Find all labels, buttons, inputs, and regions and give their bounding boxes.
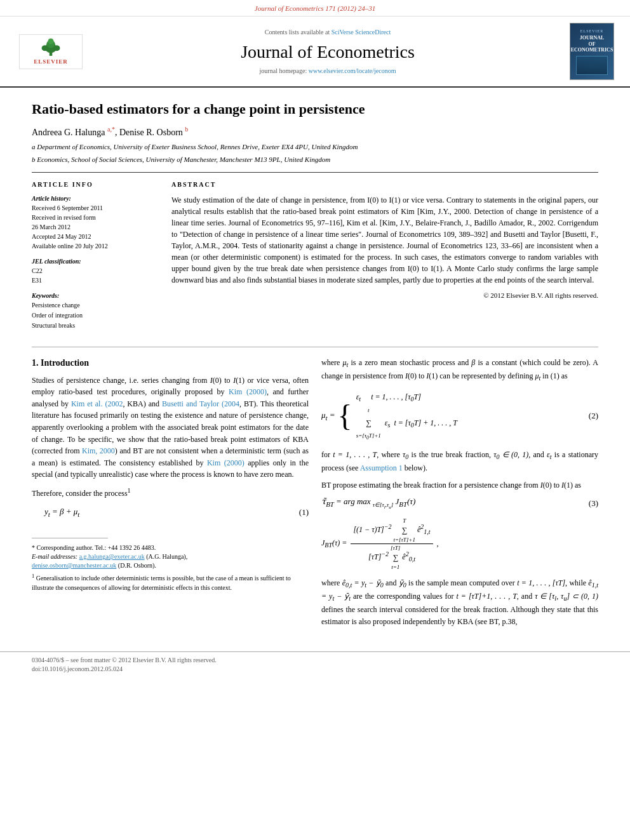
journal-title-area: Contents lists available at SciVerse Sci… [95, 28, 560, 76]
jbt-comma: , [437, 538, 439, 549]
homepage-link[interactable]: www.elsevier.com/locate/jeconom [309, 67, 396, 74]
eq3-argmax: τ̃BT = arg max τ∈[τl,τu] JBT(τ) [321, 496, 415, 510]
journal-title: Journal of Econometrics [95, 39, 560, 64]
jbt-formula-inner: JBT(τ) = [(1 − τ)T]−2 T ∑ t=[τT]+1 ê21,t [321, 517, 598, 571]
doi-text: 0304-4076/$ – see front matter © 2012 El… [32, 657, 217, 663]
case-1: εt t = 1, . . . , [τ0T] [356, 390, 457, 405]
right-para-for: for t = 1, . . . , T, where τ0 is the tr… [321, 449, 598, 474]
intro-heading: 1. Introduction [32, 357, 309, 370]
bottom-bar: 0304-4076/$ – see front matter © 2012 El… [0, 651, 630, 677]
divider-2 [32, 347, 598, 347]
body-left-column: 1. Introduction Studies of persistence c… [32, 357, 309, 632]
sum-numer: T ∑ t=[τT]+1 [394, 517, 415, 543]
accepted-date: Accepted 24 May 2012 [32, 232, 159, 241]
paper-title: Ratio-based estimators for a change poin… [32, 100, 598, 119]
eq1-number: (1) [299, 507, 309, 518]
footnotes-area: * Corresponding author. Tel.: +44 1392 2… [32, 538, 309, 592]
divider-1 [32, 172, 598, 173]
jbt-numer: [(1 − τ)T]−2 T ∑ t=[τT]+1 ê21,t [351, 517, 432, 544]
svg-point-5 [53, 45, 60, 51]
case-2: t ∑ s=[τ0T]+1 εs t = [τ0T] + 1, . . . , … [356, 405, 457, 443]
jel-section: JEL classification: C22E31 [32, 257, 159, 285]
case2-sum: t ∑ s=[τ0T]+1 [356, 405, 381, 443]
piecewise-cases: εt t = 1, . . . , [τ0T] t ∑ s=[τ0T]+1 εs… [356, 390, 457, 443]
footnote-star: * Corresponding author. Tel.: +44 1392 2… [32, 543, 309, 570]
elsevier-tree-icon [32, 37, 70, 57]
cover-title: JOURNALOFECONOMETRICS [571, 35, 613, 53]
sum-denom: [τT] ∑ t=1 [391, 544, 400, 571]
elsevier-logo: ELSEVIER [19, 34, 83, 69]
footnote-1: 1 Generalisation to include other determ… [32, 573, 309, 592]
publisher-logo-area: ELSEVIER [13, 34, 89, 69]
abstract-label: ABSTRACT [171, 180, 598, 189]
affiliation-b: b Economics, School of Social Sciences, … [32, 155, 598, 164]
copyright-notice: © 2012 Elsevier B.V. All rights reserved… [171, 291, 598, 300]
jbt-denom: [τT]−2 [τT] ∑ t=1 ê20,t [366, 544, 418, 571]
equation-3: τ̃BT = arg max τ∈[τl,τu] JBT(τ) (3) [321, 496, 598, 510]
sciverse-line: Contents lists available at SciVerse Sci… [95, 28, 560, 37]
abstract-column: ABSTRACT We study estimation of the date… [171, 180, 598, 337]
keywords-label: Keywords: [32, 291, 159, 300]
right-para-bt: BT propose estimating the break fraction… [321, 479, 598, 491]
main-content: Ratio-based estimators for a change poin… [0, 88, 630, 645]
article-info-column: ARTICLE INFO Article history: Received 6… [32, 180, 159, 337]
case1-cond: t = 1, . . . , [τ0T] [371, 390, 421, 405]
sciverse-link[interactable]: SciVerse ScienceDirect [332, 29, 391, 36]
eq2-content: μt = { εt t = 1, . . . , [τ0T] t ∑ s=[τ0… [321, 390, 457, 443]
article-info-label: ARTICLE INFO [32, 180, 159, 189]
abstract-text: We study estimation of the date of chang… [171, 194, 598, 286]
intro-para2: Therefore, consider the process1 [32, 486, 309, 500]
email-link-1[interactable]: a.g.halunga@exeter.ac.uk [79, 553, 145, 560]
eq2-number: (2) [589, 410, 598, 422]
jel-codes: C22E31 [32, 266, 159, 285]
intro-para1: Studies of persistence change, i.e. seri… [32, 375, 309, 481]
piecewise-brace: { [338, 403, 352, 429]
available-date: Available online 20 July 2012 [32, 241, 159, 251]
jbt-fraction: [(1 − τ)T]−2 T ∑ t=[τT]+1 ê21,t [τT]−2 [351, 517, 432, 571]
right-para-where2: where ê0,t = yt − ȳ0 and ȳ0 is the sampl… [321, 577, 598, 627]
body-content: 1. Introduction Studies of persistence c… [32, 357, 598, 632]
eq3-content: τ̃BT = arg max τ∈[τl,τu] JBT(τ) [321, 496, 415, 510]
article-info-abstract: ARTICLE INFO Article history: Received 6… [32, 180, 598, 337]
eq1-content: yt = β + μt [44, 506, 79, 519]
history-label: Article history: [32, 194, 159, 203]
journal-citation: Journal of Econometrics 171 (2012) 24–31 [0, 0, 630, 17]
email-link-2[interactable]: denise.osborn@manchester.ac.uk [32, 562, 116, 569]
case1-val: εt [356, 390, 361, 405]
received-date: Received 6 September 2011 [32, 203, 159, 213]
right-para-where: where μt is a zero mean stochastic proce… [321, 357, 598, 383]
body-right-column: where μt is a zero mean stochastic proce… [321, 357, 598, 632]
authors: Andreea G. Halunga a,*, Denise R. Osborn… [32, 125, 598, 138]
doi-link: doi:10.1016/j.jeconom.2012.05.024 [32, 665, 123, 672]
equation-2: μt = { εt t = 1, . . . , [τ0T] t ∑ s=[τ0… [321, 390, 598, 443]
elsevier-text: ELSEVIER [34, 58, 68, 66]
affiliation-a: a Department of Economics, University of… [32, 142, 598, 152]
journal-homepage: journal homepage: www.elsevier.com/locat… [95, 67, 560, 76]
footnote-divider [32, 538, 108, 538]
svg-point-4 [42, 45, 49, 51]
eq3-number: (3) [589, 498, 598, 509]
journal-cover: ELSEVIER JOURNALOFECONOMETRICS [570, 23, 614, 80]
jbt-formula: JBT(τ) = [(1 − τ)T]−2 T ∑ t=[τT]+1 ê21,t [321, 517, 598, 571]
svg-point-3 [48, 38, 53, 44]
article-history: Article history: Received 6 September 20… [32, 194, 159, 251]
revised-date: Received in revised form26 March 2012 [32, 213, 159, 232]
keywords-section: Keywords: Persistence changeOrder of int… [32, 291, 159, 331]
author-names: Andreea G. Halunga a,*, Denise R. Osborn… [32, 128, 188, 137]
equation-1: yt = β + μt (1) [44, 506, 309, 519]
jel-label: JEL classification: [32, 257, 159, 266]
journal-header: ELSEVIER Contents lists available at Sci… [0, 17, 630, 88]
keywords-text: Persistence changeOrder of integrationSt… [32, 300, 159, 331]
journal-cover-area: ELSEVIER JOURNALOFECONOMETRICS [566, 23, 617, 80]
